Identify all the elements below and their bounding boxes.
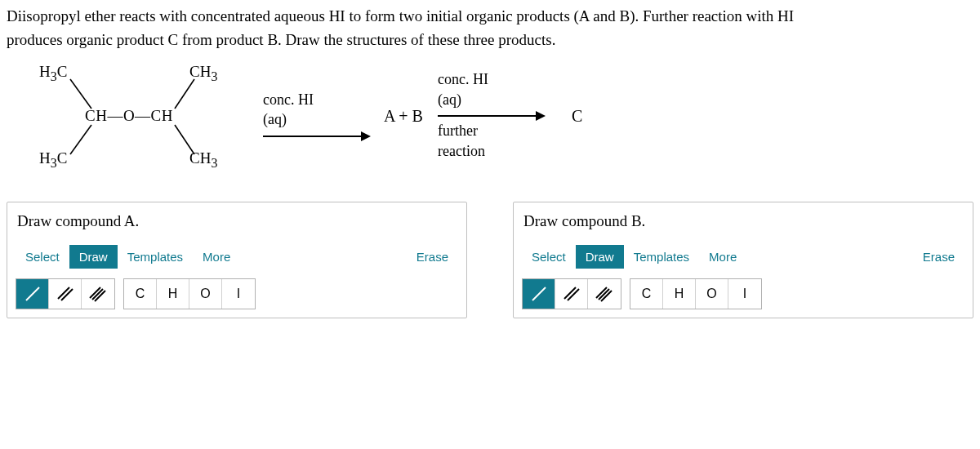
tab-select[interactable]: Select <box>522 245 576 269</box>
mol-label-center: CH—O—CH <box>85 107 173 125</box>
tab-draw[interactable]: Draw <box>576 245 624 269</box>
step1-reagent: conc. HI <box>263 91 314 109</box>
double-bond-button[interactable] <box>555 279 588 309</box>
reactant-molecule: H3C CH3 CH—O—CH H3C CH3 <box>26 63 255 169</box>
atom-button-h[interactable]: H <box>663 279 696 309</box>
mol-label-tr: CH3 <box>189 63 217 84</box>
arrow-icon <box>263 136 369 137</box>
mol-label-tl: H3C <box>39 63 67 84</box>
question-line1: Diisopropyl ether reacts with concentrat… <box>7 7 794 24</box>
panel-compound-a: Draw compound A. Select Draw Templates M… <box>7 202 467 318</box>
double-bond-icon <box>562 284 581 304</box>
atom-button-o[interactable]: O <box>696 279 728 309</box>
mol-label-bl: H3C <box>39 149 67 171</box>
triple-bond-icon <box>88 284 108 304</box>
reaction-step1: conc. HI (aq) <box>263 63 369 169</box>
atom-button-h[interactable]: H <box>157 279 189 309</box>
erase-button[interactable]: Erase <box>407 245 458 269</box>
step1-solvent: (aq) <box>263 110 287 129</box>
reaction-step2: conc. HI (aq) further reaction <box>438 63 544 169</box>
svg-line-10 <box>532 287 546 300</box>
step2-reagent: conc. HI <box>438 70 488 89</box>
atom-group: C H O I <box>630 278 762 309</box>
tab-select[interactable]: Select <box>16 245 69 269</box>
single-bond-icon <box>23 284 42 304</box>
atom-button-c[interactable]: C <box>124 279 157 309</box>
products-ab: A + B <box>377 63 430 169</box>
step2-solvent: (aq) <box>438 91 461 109</box>
question-text: Diisopropyl ether reacts with concentrat… <box>7 5 973 51</box>
question-line2: produces organic product C from product … <box>7 31 555 48</box>
atom-button-o[interactable]: O <box>189 279 222 309</box>
reaction-scheme: H3C CH3 CH—O—CH H3C CH3 conc. HI (aq) A … <box>26 63 973 169</box>
single-bond-button[interactable] <box>523 279 555 309</box>
tab-row: Select Draw Templates More Erase <box>16 245 458 269</box>
step2-condition2: reaction <box>438 142 485 161</box>
tab-templates[interactable]: Templates <box>118 245 193 269</box>
panel-compound-b: Draw compound B. Select Draw Templates M… <box>513 202 973 318</box>
tool-row: C H O I <box>522 278 964 309</box>
atom-button-i[interactable]: I <box>222 279 255 309</box>
tab-row: Select Draw Templates More Erase <box>522 245 964 269</box>
bond-group <box>522 278 621 309</box>
step2-condition1: further <box>438 122 478 140</box>
atom-button-c[interactable]: C <box>630 279 663 309</box>
double-bond-button[interactable] <box>49 279 82 309</box>
svg-line-0 <box>70 79 91 109</box>
tab-more[interactable]: More <box>193 245 240 269</box>
triple-bond-button[interactable] <box>588 279 621 309</box>
product-c: C <box>552 63 589 169</box>
arrow-icon <box>438 115 544 117</box>
tab-more[interactable]: More <box>699 245 746 269</box>
triple-bond-button[interactable] <box>82 279 114 309</box>
atom-button-i[interactable]: I <box>728 279 761 309</box>
panel-title: Draw compound B. <box>522 212 964 230</box>
tab-draw[interactable]: Draw <box>69 245 118 269</box>
panel-title: Draw compound A. <box>16 212 458 230</box>
tool-row: C H O I <box>16 278 458 309</box>
triple-bond-icon <box>595 284 614 304</box>
tab-templates[interactable]: Templates <box>624 245 699 269</box>
double-bond-icon <box>56 284 75 304</box>
drawing-panels: Draw compound A. Select Draw Templates M… <box>7 202 973 318</box>
atom-group: C H O I <box>123 278 256 309</box>
bond-group <box>16 278 115 309</box>
svg-line-4 <box>26 287 39 300</box>
svg-line-1 <box>70 125 91 154</box>
mol-label-br: CH3 <box>189 149 217 171</box>
erase-button[interactable]: Erase <box>913 245 964 269</box>
single-bond-button[interactable] <box>16 279 49 309</box>
single-bond-icon <box>529 284 549 304</box>
